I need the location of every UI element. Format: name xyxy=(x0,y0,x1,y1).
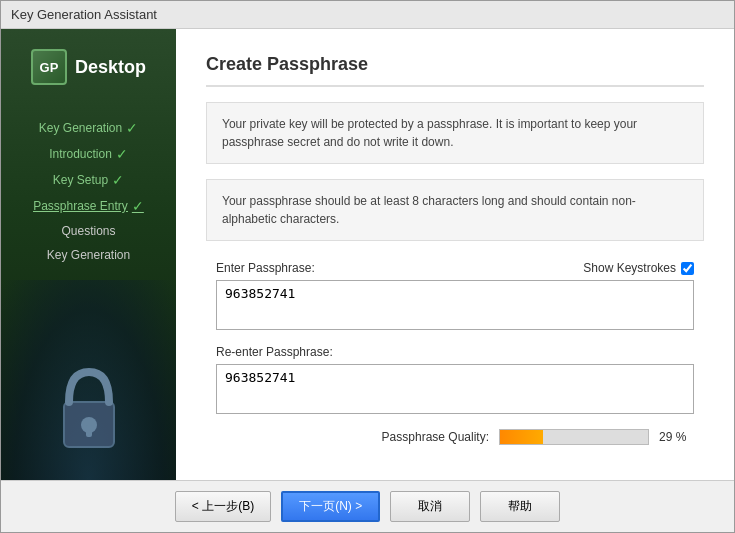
sidebar-item-passphrase-entry[interactable]: Passphrase Entry ✓ xyxy=(11,193,166,219)
nav-label-key-setup: Key Setup xyxy=(53,173,108,187)
nav-label-passphrase-entry: Passphrase Entry xyxy=(33,199,128,213)
logo-area: GP Desktop xyxy=(31,49,146,85)
info-text: Your passphrase should be at least 8 cha… xyxy=(222,194,636,226)
lock-icon xyxy=(49,357,129,460)
show-keystrokes-area: Show Keystrokes xyxy=(583,261,694,275)
quality-label: Passphrase Quality: xyxy=(382,430,489,444)
nav-label-key-generation: Key Generation xyxy=(39,121,122,135)
cancel-button[interactable]: 取消 xyxy=(390,491,470,522)
enter-field-header: Enter Passphrase: Show Keystrokes xyxy=(216,261,694,275)
logo-text: Desktop xyxy=(75,57,146,78)
nav-items: Key Generation ✓ Introduction ✓ Key Setu… xyxy=(1,115,176,267)
page-title: Create Passphrase xyxy=(206,54,704,87)
reenter-passphrase-row: Re-enter Passphrase: xyxy=(216,345,694,414)
window-title: Key Generation Assistant xyxy=(11,7,157,22)
main-window: Key Generation Assistant GP Desktop Key … xyxy=(0,0,735,533)
next-button[interactable]: 下一页(N) > xyxy=(281,491,380,522)
sidebar-item-key-setup[interactable]: Key Setup ✓ xyxy=(11,167,166,193)
reenter-field-header: Re-enter Passphrase: xyxy=(216,345,694,359)
title-bar: Key Generation Assistant xyxy=(1,1,734,29)
info-box: Your passphrase should be at least 8 cha… xyxy=(206,179,704,241)
nav-label-key-generation-step: Key Generation xyxy=(47,248,130,262)
reenter-passphrase-input[interactable] xyxy=(216,364,694,414)
enter-passphrase-row: Enter Passphrase: Show Keystrokes xyxy=(216,261,694,330)
enter-passphrase-label: Enter Passphrase: xyxy=(216,261,315,275)
description-text: Your private key will be protected by a … xyxy=(222,117,637,149)
show-keystrokes-label: Show Keystrokes xyxy=(583,261,676,275)
quality-bar-container xyxy=(499,429,649,445)
form-section: Enter Passphrase: Show Keystrokes Re-ent… xyxy=(206,261,704,445)
checkmark-passphrase-entry: ✓ xyxy=(132,198,144,214)
sidebar: GP Desktop Key Generation ✓ Introduction… xyxy=(1,29,176,480)
sidebar-item-questions[interactable]: Questions xyxy=(11,219,166,243)
passphrase-input[interactable] xyxy=(216,280,694,330)
checkmark-introduction: ✓ xyxy=(116,146,128,162)
nav-label-questions: Questions xyxy=(61,224,115,238)
logo-badge: GP xyxy=(31,49,67,85)
sidebar-item-key-generation[interactable]: Key Generation ✓ xyxy=(11,115,166,141)
svg-rect-2 xyxy=(86,425,92,437)
footer: < 上一步(B) 下一页(N) > 取消 帮助 xyxy=(1,480,734,532)
window-body: GP Desktop Key Generation ✓ Introduction… xyxy=(1,29,734,480)
quality-bar-fill xyxy=(500,430,543,444)
nav-label-introduction: Introduction xyxy=(49,147,112,161)
main-content: Create Passphrase Your private key will … xyxy=(176,29,734,480)
help-button[interactable]: 帮助 xyxy=(480,491,560,522)
quality-percent: 29 % xyxy=(659,430,694,444)
quality-row: Passphrase Quality: 29 % xyxy=(216,429,694,445)
reenter-passphrase-label: Re-enter Passphrase: xyxy=(216,345,333,359)
checkmark-key-setup: ✓ xyxy=(112,172,124,188)
sidebar-item-key-generation-step[interactable]: Key Generation xyxy=(11,243,166,267)
sidebar-item-introduction[interactable]: Introduction ✓ xyxy=(11,141,166,167)
checkmark-key-generation: ✓ xyxy=(126,120,138,136)
description-box: Your private key will be protected by a … xyxy=(206,102,704,164)
show-keystrokes-checkbox[interactable] xyxy=(681,262,694,275)
back-button[interactable]: < 上一步(B) xyxy=(175,491,271,522)
